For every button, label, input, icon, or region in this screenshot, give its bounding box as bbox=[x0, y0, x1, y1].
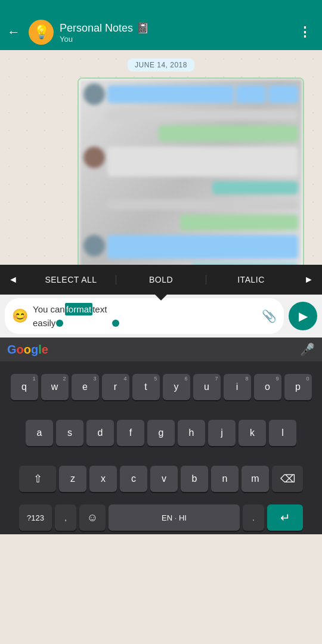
key-g[interactable]: g bbox=[147, 420, 175, 446]
key-r[interactable]: 4r bbox=[102, 374, 129, 400]
text-before: You can bbox=[33, 303, 65, 315]
back-button[interactable]: ← bbox=[5, 22, 23, 42]
key-j[interactable]: j bbox=[208, 420, 236, 446]
key-z[interactable]: z bbox=[59, 466, 86, 492]
key-u[interactable]: 7u bbox=[193, 374, 221, 400]
emoji-button[interactable]: 😊 bbox=[12, 308, 28, 324]
avatar: 💡 bbox=[29, 20, 54, 45]
key-c[interactable]: c bbox=[120, 466, 147, 492]
key-l[interactable]: l bbox=[269, 420, 296, 446]
key-row-3: ⇧ z x c v b n m ⌫ bbox=[2, 466, 320, 492]
cursor-end-handle[interactable] bbox=[112, 320, 119, 327]
key-period[interactable]: . bbox=[243, 504, 264, 531]
menu-button[interactable]: ⋮ bbox=[293, 22, 317, 42]
backspace-key[interactable]: ⌫ bbox=[272, 466, 303, 492]
key-b[interactable]: b bbox=[181, 466, 208, 492]
send-button[interactable]: ▶ bbox=[289, 302, 317, 330]
format-toolbar: ◄ SELECT ALL BOLD ITALIC ► bbox=[0, 265, 322, 295]
screenshot-content bbox=[79, 79, 303, 265]
key-row-1: 1q 2w 3e 4r 5t 6y 7u 8i 9o 0p bbox=[2, 374, 320, 400]
key-emoji[interactable]: ☺ bbox=[79, 504, 106, 531]
key-row-2: a s d f g h j k l bbox=[2, 420, 320, 446]
key-i[interactable]: 8i bbox=[224, 374, 251, 400]
key-m[interactable]: m bbox=[242, 466, 269, 492]
key-a[interactable]: a bbox=[26, 420, 53, 446]
g-red2: e bbox=[42, 343, 48, 357]
header-info: Personal Notes 📓 You bbox=[60, 21, 287, 44]
g-blue: G bbox=[7, 343, 17, 357]
text-after-inline: text bbox=[92, 303, 107, 315]
key-h[interactable]: h bbox=[178, 420, 205, 446]
key-q[interactable]: 1q bbox=[11, 374, 38, 400]
italic-button[interactable]: ITALIC bbox=[206, 275, 296, 284]
key-rows: 1q 2w 3e 4r 5t 6y 7u 8i 9o 0p a s d f g … bbox=[0, 361, 322, 504]
message-input-box[interactable]: 😊 You can format text easily 📎 bbox=[5, 298, 284, 334]
g-yellow: o bbox=[24, 343, 31, 357]
header: ← 💡 Personal Notes 📓 You ⋮ bbox=[0, 14, 322, 50]
g-blue2: g bbox=[31, 343, 38, 357]
bold-button[interactable]: BOLD bbox=[116, 275, 206, 284]
toolbar-next[interactable]: ► bbox=[296, 265, 322, 295]
key-e[interactable]: 3e bbox=[72, 374, 99, 400]
key-v[interactable]: v bbox=[150, 466, 178, 492]
select-all-button[interactable]: SELECT ALL bbox=[26, 275, 116, 284]
key-space[interactable]: EN · HI bbox=[109, 504, 240, 531]
key-p[interactable]: 0p bbox=[284, 374, 312, 400]
highlighted-text: format bbox=[65, 303, 93, 315]
key-t[interactable]: 5t bbox=[132, 374, 160, 400]
key-enter[interactable]: ↵ bbox=[267, 504, 303, 531]
toolbar-items: SELECT ALL BOLD ITALIC bbox=[26, 275, 296, 284]
keyboard: G o o g l e 🎤 1q 2w 3e 4r 5t 6y 7u 8i 9o… bbox=[0, 338, 322, 534]
bottom-key-row: ?123 , ☺ EN · HI . ↵ bbox=[0, 504, 322, 531]
key-d[interactable]: d bbox=[86, 420, 114, 446]
send-icon: ▶ bbox=[299, 309, 308, 323]
toolbar-prev[interactable]: ◄ bbox=[0, 265, 26, 295]
key-s[interactable]: s bbox=[56, 420, 83, 446]
key-x[interactable]: x bbox=[89, 466, 117, 492]
google-logo: G o o g l e bbox=[7, 343, 48, 357]
keyboard-top-bar: G o o g l e 🎤 bbox=[0, 338, 322, 361]
status-bar bbox=[0, 0, 322, 14]
text-second-line: easily bbox=[33, 317, 55, 329]
key-y[interactable]: 6y bbox=[163, 374, 190, 400]
cursor-start-handle[interactable] bbox=[56, 320, 63, 327]
key-123[interactable]: ?123 bbox=[19, 504, 52, 531]
key-n[interactable]: n bbox=[211, 466, 239, 492]
key-k[interactable]: k bbox=[239, 420, 266, 446]
key-f[interactable]: f bbox=[117, 420, 144, 446]
message-text[interactable]: You can format text easily bbox=[33, 303, 257, 329]
key-o[interactable]: 9o bbox=[254, 374, 281, 400]
screenshot-message bbox=[78, 78, 304, 265]
chat-area: JUNE 14, 2018 bbox=[0, 50, 322, 265]
chat-title: Personal Notes 📓 bbox=[60, 21, 287, 35]
mic-icon[interactable]: 🎤 bbox=[300, 342, 315, 357]
date-badge: JUNE 14, 2018 bbox=[0, 58, 322, 72]
shift-key[interactable]: ⇧ bbox=[19, 466, 56, 492]
key-comma[interactable]: , bbox=[55, 504, 76, 531]
key-w[interactable]: 2w bbox=[41, 374, 69, 400]
g-red: o bbox=[17, 343, 24, 357]
chat-subtitle: You bbox=[60, 35, 287, 44]
input-area: 😊 You can format text easily 📎 ▶ bbox=[0, 295, 322, 338]
attach-button[interactable]: 📎 bbox=[262, 309, 277, 323]
